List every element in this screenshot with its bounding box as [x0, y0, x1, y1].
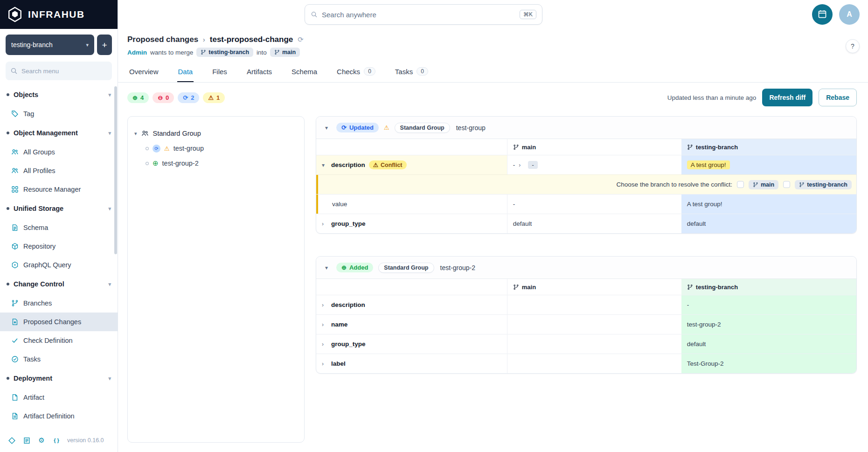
- breadcrumb-proposed-changes[interactable]: Proposed changes: [127, 35, 198, 44]
- column-label: main: [522, 144, 536, 151]
- chevron-down-icon: ▾: [86, 42, 89, 48]
- main-area: ⌘K A Proposed changes › test-proposed-ch…: [118, 0, 868, 452]
- help-button[interactable]: ?: [846, 39, 860, 53]
- documentation-icon[interactable]: [22, 436, 31, 445]
- sidebar-item-check-definition[interactable]: Check Definition: [0, 331, 118, 350]
- diff-row-name[interactable]: › name test-group-2: [316, 314, 856, 334]
- tab-data[interactable]: Data: [177, 63, 194, 82]
- section-label: Object Management: [14, 129, 78, 137]
- sidebar: INFRAHUB testing-branch ▾ + Objects ▾: [0, 0, 118, 452]
- sidebar-item-artifact-definition[interactable]: Artifact Definition: [0, 407, 118, 425]
- sidebar-item-all-profiles[interactable]: All Profiles: [0, 161, 118, 180]
- author-link[interactable]: Admin: [127, 49, 147, 56]
- sidebar-scrollbar[interactable]: [114, 86, 117, 254]
- resolve-main-checkbox[interactable]: [737, 181, 744, 188]
- tab-label: Tasks: [395, 68, 413, 76]
- option-label: testing-branch: [807, 181, 847, 188]
- section-object-management[interactable]: Object Management ▾: [0, 123, 118, 143]
- source-branch-label: testing-branch: [208, 49, 249, 56]
- tree-children: ⟳ ⚠ test-group ⊕ test-group-2: [134, 141, 298, 171]
- tab-tasks[interactable]: Tasks0: [394, 63, 429, 82]
- time-travel-button[interactable]: [812, 4, 833, 25]
- global-search-input[interactable]: [322, 11, 515, 19]
- last-updated-text: Updated less than a minute ago: [667, 94, 757, 101]
- added-count-badge: ⊕4: [127, 92, 149, 103]
- sidebar-item-label: Branches: [23, 299, 52, 307]
- conflict-resolver-row: Choose the branch to resolve the conflic…: [316, 174, 856, 194]
- warning-icon: ⚠: [373, 161, 378, 168]
- sidebar-item-graphql-query[interactable]: GraphQL Query: [0, 256, 118, 274]
- column-label: main: [522, 284, 536, 291]
- tab-files[interactable]: Files: [211, 63, 228, 82]
- diff-row-description[interactable]: › description -: [316, 295, 856, 314]
- swagger-gear-icon[interactable]: ⚙: [37, 436, 46, 445]
- section-change-control[interactable]: Change Control ▾: [0, 274, 118, 294]
- refresh-proposed-change-icon[interactable]: ⟳: [298, 35, 304, 44]
- diff-row-group-type[interactable]: › group_type default default: [316, 214, 856, 233]
- diff-card-header: ▾ ⊕Added Standard Group test-group-2: [316, 257, 856, 279]
- menu-search-input[interactable]: [21, 68, 107, 75]
- diff-row-label[interactable]: › label Test-Group-2: [316, 354, 856, 373]
- sidebar-item-schema[interactable]: Schema: [0, 218, 118, 237]
- branches-icon: [11, 299, 19, 307]
- section-dot-icon: [7, 377, 9, 380]
- collapse-card-icon[interactable]: ▾: [322, 264, 331, 271]
- leaf-dot-icon: [146, 147, 149, 150]
- property-cell: ▾ description ⚠Conflict: [316, 155, 507, 174]
- tab-checks[interactable]: Checks0: [336, 63, 376, 82]
- resolve-branch-checkbox[interactable]: [783, 181, 790, 188]
- collapse-card-icon[interactable]: ▾: [322, 125, 331, 131]
- profiles-icon: [11, 167, 19, 174]
- tree-node-standard-group[interactable]: ▾ Standard Group: [134, 126, 298, 141]
- sidebar-item-all-groups[interactable]: All Groups: [0, 143, 118, 161]
- section-unified-storage[interactable]: Unified Storage ▾: [0, 199, 118, 218]
- property-cell: value: [316, 195, 507, 214]
- section-deployment[interactable]: Deployment ▾: [0, 369, 118, 388]
- sidebar-item-branches[interactable]: Branches: [0, 294, 118, 313]
- minus-circle-icon: ⊖: [158, 94, 163, 101]
- checks-count-badge: 0: [364, 67, 375, 76]
- tag-icon: [11, 110, 19, 118]
- tab-overview[interactable]: Overview: [128, 63, 160, 82]
- sidebar-item-repository[interactable]: Repository: [0, 237, 118, 256]
- branch-selector-row: testing-branch ▾ +: [0, 29, 118, 57]
- schema-icon: [11, 224, 19, 231]
- sidebar-item-label: Resource Manager: [23, 186, 81, 193]
- avatar[interactable]: A: [839, 4, 860, 25]
- target-branch-label: main: [282, 49, 296, 56]
- merge-summary: Admin wants to merge testing-branch into…: [118, 44, 868, 57]
- property-name: group_type: [331, 341, 366, 348]
- branch-selector[interactable]: testing-branch ▾: [6, 35, 94, 55]
- section-objects[interactable]: Objects ▾: [0, 85, 118, 104]
- sidebar-item-label: Artifact: [23, 394, 44, 401]
- resolve-branch-badge[interactable]: testing-branch: [795, 180, 852, 189]
- branch-icon: [753, 182, 758, 188]
- sidebar-item-tag[interactable]: Tag: [0, 104, 118, 123]
- refresh-icon: ⟳: [341, 124, 347, 131]
- graphql-sandbox-icon[interactable]: { }: [52, 436, 61, 445]
- resolve-main-badge[interactable]: main: [749, 180, 778, 189]
- tree-node-test-group[interactable]: ⟳ ⚠ test-group: [146, 141, 298, 156]
- tab-artifacts[interactable]: Artifacts: [246, 63, 273, 82]
- property-column-header: [316, 139, 507, 155]
- section-dot-icon: [7, 132, 9, 134]
- add-branch-button[interactable]: +: [97, 35, 112, 55]
- diff-row-description[interactable]: ▾ description ⚠Conflict - › - A test gro…: [316, 155, 856, 174]
- api-explorer-icon[interactable]: [7, 436, 16, 445]
- branch-value-cell: default: [681, 334, 856, 354]
- sidebar-item-proposed-changes[interactable]: Proposed Changes: [0, 313, 118, 331]
- sidebar-item-tasks[interactable]: Tasks: [0, 350, 118, 369]
- property-cell: › group_type: [316, 334, 507, 354]
- refresh-diff-button[interactable]: Refresh diff: [762, 89, 812, 106]
- rebase-button[interactable]: Rebase: [819, 89, 857, 106]
- tree-node-test-group-2[interactable]: ⊕ test-group-2: [146, 156, 298, 171]
- sidebar-item-resource-manager[interactable]: Resource Manager: [0, 180, 118, 199]
- sidebar-item-artifact[interactable]: Artifact: [0, 388, 118, 407]
- main-column-header: main: [507, 139, 681, 155]
- chevron-right-icon: ›: [519, 162, 524, 168]
- property-cell: › label: [316, 354, 507, 373]
- diff-row-group-type[interactable]: › group_type default: [316, 334, 856, 354]
- tab-schema[interactable]: Schema: [291, 63, 318, 82]
- tab-label: Data: [178, 68, 193, 76]
- tree-item-label: test-group-2: [162, 160, 199, 167]
